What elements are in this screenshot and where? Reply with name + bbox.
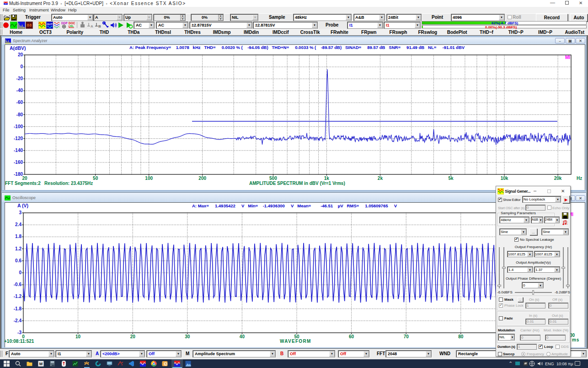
svg-text:88: 88 bbox=[27, 23, 32, 28]
svg-text:OUT: OUT bbox=[47, 23, 53, 26]
svg-text:DOC: DOC bbox=[69, 22, 75, 25]
svg-text:M: M bbox=[39, 362, 43, 366]
svg-text:A: A bbox=[91, 24, 93, 28]
svg-text:DDP: DDP bbox=[61, 22, 68, 25]
svg-text:B: B bbox=[98, 24, 101, 28]
